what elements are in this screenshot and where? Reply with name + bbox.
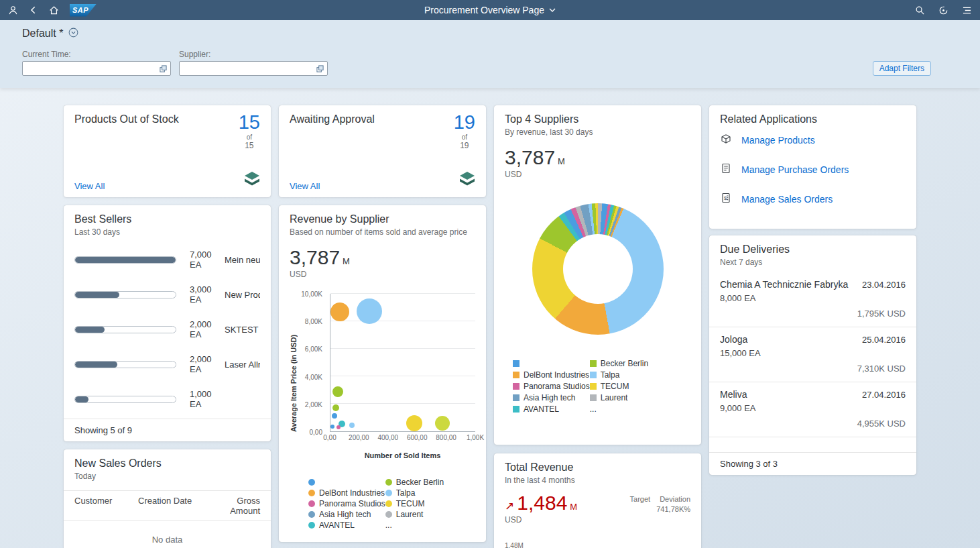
adapt-filters-button[interactable]: Adapt Filters xyxy=(873,61,931,76)
layers-icon xyxy=(242,170,262,191)
related-app-manage-purchase-orders[interactable]: Manage Purchase Orders xyxy=(720,155,906,184)
current-time-label: Current Time: xyxy=(22,50,171,59)
gridline xyxy=(330,348,475,349)
donut-legend: DelBont IndustriesPanorama StudiosAsia H… xyxy=(513,358,690,415)
legend-label: TECUM xyxy=(396,499,425,508)
due-deliveries-footer: Showing 3 of 3 xyxy=(709,452,916,475)
copilot-icon[interactable] xyxy=(938,5,948,15)
y-axis-label: Average Item Price (in USD) xyxy=(290,294,298,432)
manage-purchase-orders-link[interactable]: Manage Purchase Orders xyxy=(741,164,849,175)
best-seller-row[interactable]: 7,000 EA Mein neue... xyxy=(74,242,260,277)
chevron-down-icon xyxy=(549,8,556,12)
legend-swatch xyxy=(385,479,392,486)
kpi-count: 15 xyxy=(239,112,260,132)
delivery-qty: 9,000 EA xyxy=(720,403,906,413)
page-title-selector[interactable]: Procurement Overview Page xyxy=(424,5,556,15)
delivery-date: 23.04.2016 xyxy=(862,280,906,290)
view-all-link[interactable]: View All xyxy=(74,181,105,191)
legend-item: Talpa xyxy=(385,488,451,498)
card-awaiting-approval[interactable]: Awaiting Approval 19 of 19 View All xyxy=(279,105,486,197)
value-help-icon[interactable] xyxy=(160,65,170,72)
bubble-point xyxy=(332,413,337,419)
best-seller-qty: 1,000 EA xyxy=(190,389,225,409)
legend-item: Talpa xyxy=(590,369,656,380)
legend-label: Laurent xyxy=(396,510,424,519)
card-top-suppliers: Top 4 Suppliers By revenue, last 30 days… xyxy=(494,105,701,445)
kpi-of-label: of xyxy=(239,133,260,141)
legend-item xyxy=(308,477,385,488)
view-all-link[interactable]: View All xyxy=(290,181,320,191)
card-title: New Sales Orders xyxy=(74,457,260,470)
best-seller-name: New Prod... xyxy=(225,290,260,300)
menu-icon[interactable] xyxy=(962,6,972,15)
x-tick-label: 1,00K xyxy=(467,434,484,441)
gridline xyxy=(330,321,475,321)
due-delivery-item[interactable]: Meliva 27.04.2016 9,000 EA 4,955K USD xyxy=(709,382,916,437)
card-revenue-by-supplier: Revenue by Supplier Based on number of i… xyxy=(279,205,486,542)
best-seller-qty: 7,000 EA xyxy=(190,250,225,270)
legend-item: Asia High tech xyxy=(308,509,385,520)
card-products-out-of-stock[interactable]: Products Out of Stock 15 of 15 View All xyxy=(64,105,271,197)
current-time-input[interactable] xyxy=(23,62,160,75)
legend-item xyxy=(513,358,590,369)
products-icon xyxy=(720,133,732,148)
manage-sales-orders-link[interactable]: Manage Sales Orders xyxy=(741,194,833,205)
sales-orders-icon: $ xyxy=(720,192,732,207)
legend-swatch xyxy=(385,511,392,518)
deviation-value: 741,78K% xyxy=(630,505,690,513)
variant-selector[interactable]: Default * xyxy=(22,27,958,40)
y-tick-label: 8,00K xyxy=(305,318,322,325)
x-axis-label: Number of Sold Items xyxy=(330,451,475,459)
legend-item: Panorama Studios xyxy=(513,380,590,392)
bubble-legend: DelBont IndustriesPanorama StudiosAsia H… xyxy=(308,477,475,531)
filter-bar: Default * Current Time: Supplier: Ada xyxy=(0,20,980,88)
supplier-input[interactable] xyxy=(180,62,316,75)
best-seller-row[interactable]: 1,000 EA xyxy=(74,382,260,417)
legend-label: ... xyxy=(385,520,392,530)
best-seller-row[interactable]: 2,000 EA SKTEST xyxy=(74,312,260,347)
legend-swatch xyxy=(385,490,392,496)
card-total-revenue: Total Revenue In the last 4 months ↗ 1,4… xyxy=(494,453,701,548)
x-tick-label: 600,00 xyxy=(407,434,428,441)
best-seller-name: SKTEST xyxy=(225,325,259,335)
related-app-manage-sales-orders[interactable]: $ Manage Sales Orders xyxy=(720,184,906,214)
y-tick-label: 0,00 xyxy=(310,429,322,436)
card-title: Top 4 Suppliers xyxy=(505,113,690,125)
card-new-sales-orders: New Sales Orders Today Customer Creation… xyxy=(64,449,271,548)
due-delivery-item[interactable]: Chemia A Technicznie Fabryka 23.04.2016 … xyxy=(709,272,916,327)
legend-swatch xyxy=(385,500,392,507)
x-tick-label: 0,00 xyxy=(323,434,336,441)
value-help-icon[interactable] xyxy=(316,65,327,72)
variant-label: Default * xyxy=(22,28,63,40)
manage-products-link[interactable]: Manage Products xyxy=(741,135,815,146)
best-seller-bar-fill xyxy=(75,292,119,298)
legend-item: ... xyxy=(385,520,451,531)
card-title: Related Applications xyxy=(720,113,906,125)
best-seller-row[interactable]: 2,000 EA Laser Allr... xyxy=(74,347,260,382)
search-icon[interactable] xyxy=(915,5,925,15)
target-label: Target xyxy=(630,495,651,503)
gridline xyxy=(330,376,475,376)
user-icon[interactable] xyxy=(8,5,18,15)
layers-icon xyxy=(457,170,477,191)
legend-swatch xyxy=(590,383,597,390)
best-seller-name: Mein neue... xyxy=(225,255,260,265)
axis-fragment: 1,48M xyxy=(505,542,690,548)
bubble-point xyxy=(357,298,382,324)
best-seller-row[interactable]: 3,000 EA New Prod... xyxy=(74,277,260,312)
y-ticks: 0,002,00K4,00K6,00K8,00K10,00K xyxy=(298,294,325,432)
legend-label: Asia High tech xyxy=(319,510,371,519)
due-delivery-item[interactable]: Jologa 25.04.2016 15,000 EA 7,310K USD xyxy=(709,327,916,382)
home-icon[interactable] xyxy=(49,5,59,15)
back-icon[interactable] xyxy=(29,5,38,15)
legend-item: AVANTEL xyxy=(308,520,385,531)
related-app-manage-products[interactable]: Manage Products xyxy=(720,125,906,155)
legend-swatch xyxy=(590,394,597,401)
y-tick-label: 6,00K xyxy=(305,345,322,353)
card-subtitle: Last 30 days xyxy=(74,227,260,237)
best-seller-bar-fill xyxy=(75,327,105,333)
bubble-point xyxy=(330,303,349,321)
table-header-row: Customer Creation Date Gross Amount xyxy=(64,490,271,521)
legend-swatch xyxy=(513,360,519,367)
x-tick-label: 800,00 xyxy=(436,434,456,441)
